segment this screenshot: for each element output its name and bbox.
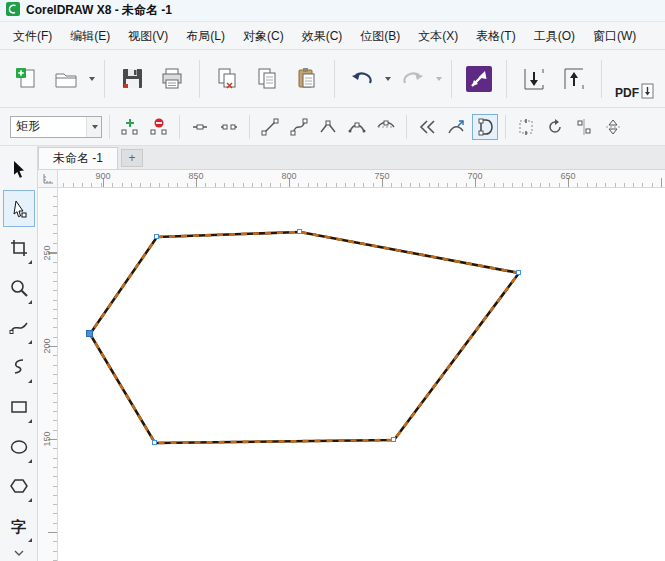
propbar-separator [249,115,250,139]
preset-value: 矩形 [16,118,40,135]
flyout-indicator-icon [28,300,32,304]
crop-tool[interactable] [3,229,35,267]
save-button[interactable] [114,59,150,99]
ruler-label: 750 [374,171,389,181]
property-bar: 矩形 [0,108,665,146]
ruler-origin-button[interactable] [38,170,58,188]
curve-node[interactable] [152,440,157,445]
undo-button[interactable] [344,59,380,99]
menubar: 文件(F)编辑(E)视图(V)布局(L)对象(C)效果(C)位图(B)文本(X)… [0,22,665,50]
new-document-tab-button[interactable]: + [121,149,143,167]
zoom-tool[interactable] [3,269,35,307]
freehand-tool[interactable] [3,309,35,347]
text-tool[interactable]: 字 [3,507,35,545]
document-tab-bar: 未命名 -1 + [38,146,665,170]
drawing-canvas[interactable] [58,188,665,561]
cut-button[interactable] [209,59,245,99]
propbar-separator [179,115,180,139]
stretch-nodes-button[interactable] [513,114,539,140]
app-window: CorelDRAW X8 - 未命名 -1 文件(F)编辑(E)视图(V)布局(… [0,0,665,561]
preset-dropdown[interactable]: 矩形 [10,116,102,138]
flyout-indicator-icon [28,379,32,383]
curve-node[interactable] [391,437,396,442]
reflect-nodes-button[interactable] [600,114,626,140]
flyout-indicator-icon [28,498,32,502]
ruler-label: 800 [281,171,296,181]
redo-dropdown-caret-icon[interactable] [436,77,442,81]
curve-node[interactable] [86,330,93,337]
align-nodes-button[interactable] [571,114,597,140]
menu-item[interactable]: 视图(V) [119,22,177,49]
ellipse-tool[interactable] [3,428,35,466]
artistic-media-tool[interactable] [3,349,35,387]
toolbox-scroll-down-button[interactable] [5,547,33,559]
delete-node-button[interactable] [146,114,172,140]
menu-item[interactable]: 位图(B) [351,22,409,49]
extract-subpath-button[interactable] [443,114,469,140]
convert-to-line-button[interactable] [257,114,283,140]
smooth-node-button[interactable] [344,114,370,140]
toolbar-separator [199,60,200,98]
rectangle-tool[interactable] [3,388,35,426]
toolbar-separator [334,60,335,98]
pick-tool[interactable] [3,150,35,188]
flyout-indicator-icon [28,419,32,423]
break-curve-button[interactable] [216,114,242,140]
menu-item[interactable]: 文本(X) [409,22,467,49]
curve-node[interactable] [154,234,159,239]
search-content-button[interactable] [461,59,497,99]
menu-item[interactable]: 对象(C) [234,22,293,49]
menu-item[interactable]: 文件(F) [4,22,61,49]
horizontal-ruler[interactable]: 900850800750700650 [58,170,665,188]
curve-selection-dash [90,232,519,443]
publish-pdf-button[interactable]: PDF [611,59,659,99]
import-button[interactable] [516,59,552,99]
export-button[interactable] [556,59,592,99]
copy-button[interactable] [249,59,285,99]
toolbar-separator [451,60,452,98]
paste-button[interactable] [289,59,325,99]
cusp-node-button[interactable] [315,114,341,140]
menu-item[interactable]: 窗口(W) [584,22,645,49]
ruler-label: 150 [42,431,52,446]
document-tab[interactable]: 未命名 -1 [38,147,118,169]
shape-tool[interactable] [3,190,35,228]
preset-caret-box[interactable] [86,117,101,137]
vertical-ruler[interactable]: 250200150 [38,188,58,561]
add-node-button[interactable] [117,114,143,140]
print-button[interactable] [154,59,190,99]
menu-item[interactable]: 布局(L) [177,22,234,49]
open-dropdown-caret-icon[interactable] [89,77,95,81]
title-bar: CorelDRAW X8 - 未命名 -1 [0,0,665,22]
curve-outline[interactable] [90,232,519,443]
chevron-down-icon [92,125,98,129]
curve-node[interactable] [297,229,302,234]
curve-object[interactable] [58,188,665,561]
menu-item[interactable]: 表格(T) [467,22,524,49]
ruler-label: 700 [467,171,482,181]
polygon-tool[interactable] [3,468,35,506]
standard-toolbar: PDF [0,50,665,108]
menu-item[interactable]: 编辑(E) [61,22,119,49]
redo-button[interactable] [395,59,431,99]
symmetrical-node-button[interactable] [373,114,399,140]
reverse-direction-button[interactable] [414,114,440,140]
propbar-separator [406,115,407,139]
ruler-origin-icon [42,173,54,185]
close-curve-button[interactable] [472,114,498,140]
curve-node[interactable] [516,270,521,275]
flyout-indicator-icon [28,340,32,344]
undo-dropdown-caret-icon[interactable] [385,77,391,81]
menu-item[interactable]: 工具(O) [525,22,584,49]
new-document-button[interactable] [8,59,44,99]
text-tool-glyph: 字 [11,519,26,534]
open-document-button[interactable] [48,59,84,99]
menu-item[interactable]: 效果(C) [293,22,352,49]
chevron-down-icon [14,550,24,556]
app-logo-icon [6,2,20,19]
rotate-nodes-button[interactable] [542,114,568,140]
join-nodes-button[interactable] [187,114,213,140]
pdf-page-icon [641,83,655,99]
convert-to-curve-button[interactable] [286,114,312,140]
toolbar-separator [506,60,507,98]
